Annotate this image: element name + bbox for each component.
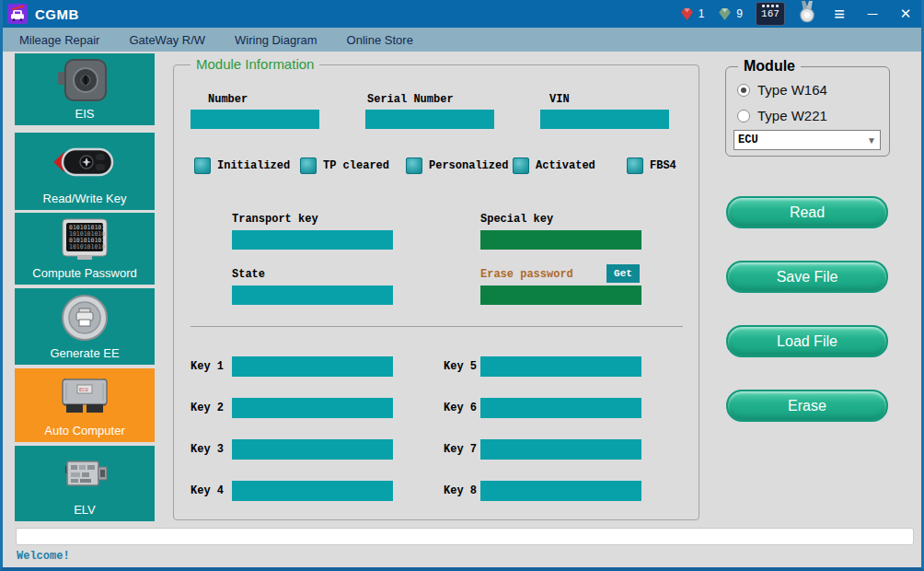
checkbox-fbs4[interactable]: FBS4: [627, 157, 676, 174]
checkbox-icon[interactable]: [300, 157, 317, 174]
save-file-button[interactable]: Save File: [726, 261, 888, 293]
ecu-box-icon: ECU: [15, 368, 155, 424]
menu-item-mileage-repair[interactable]: Mileage Repair: [19, 33, 99, 47]
erase-password-label: Erase password: [480, 268, 573, 281]
key2-field[interactable]: [232, 398, 393, 418]
status-message: Welcome!: [17, 550, 70, 563]
red-gem-icon: [679, 7, 695, 21]
green-gem-badge: 9: [717, 7, 743, 21]
key3-label: Key 3: [191, 443, 224, 456]
module-dropdown[interactable]: ECU▼: [733, 130, 881, 150]
binary-screen-icon: 0101010101 1010101010 0101010101 1010101…: [15, 213, 155, 266]
titlebar-right-cluster: 1 9 167 ≡ ─: [679, 0, 916, 28]
read-button[interactable]: Read: [726, 196, 888, 228]
elv-module-icon: [15, 446, 155, 503]
radio-circle-icon[interactable]: [737, 110, 750, 122]
app-window: CGMB 1 9 167: [0, 0, 924, 571]
sidebar-item-label: EIS: [75, 107, 95, 125]
module-information-group: Module Information Number Serial Number …: [173, 64, 699, 520]
key6-label: Key 6: [444, 402, 477, 414]
sidebar-item-auto-computer[interactable]: ECU Auto Computer: [15, 368, 155, 442]
radio-label: Type W164: [757, 82, 827, 98]
radio-label: Type W221: [757, 108, 827, 123]
key-fob-icon: [15, 133, 155, 192]
get-button[interactable]: Get: [606, 264, 640, 283]
sidebar-item-elv[interactable]: ELV: [15, 446, 155, 521]
sidebar-item-generate-ee[interactable]: Generate EE: [15, 288, 155, 365]
radio-circle-icon[interactable]: [737, 84, 750, 97]
checkbox-label: FBS4: [650, 159, 676, 172]
sidebar-item-compute-password[interactable]: 0101010101 1010101010 0101010101 1010101…: [15, 213, 155, 285]
ignition-lock-icon: [15, 53, 155, 107]
menu-item-gateway-rw[interactable]: GateWay R/W: [129, 33, 205, 47]
checkbox-label: Activated: [536, 159, 595, 172]
key1-label: Key 1: [191, 360, 224, 373]
state-label: State: [232, 268, 265, 281]
erase-button[interactable]: Erase: [726, 390, 888, 422]
state-field[interactable]: [232, 286, 393, 305]
checkbox-label: TP cleared: [323, 159, 389, 172]
key3-field[interactable]: [232, 439, 393, 460]
key7-label: Key 7: [444, 443, 477, 456]
serial-number-field[interactable]: [365, 110, 494, 129]
radio-type-w221[interactable]: Type W221: [737, 108, 827, 123]
sidebar-item-label: Compute Password: [32, 266, 136, 285]
key1-field[interactable]: [232, 356, 393, 377]
number-label: Number: [208, 93, 248, 106]
svg-text:ECU: ECU: [79, 387, 88, 392]
menu-item-online-store[interactable]: Online Store: [347, 33, 413, 47]
key8-field[interactable]: [480, 481, 641, 501]
checkbox-icon[interactable]: [513, 157, 529, 174]
erase-password-field[interactable]: [480, 286, 641, 305]
checkbox-icon[interactable]: [194, 157, 211, 174]
transport-key-field[interactable]: [232, 230, 393, 250]
red-gem-count: 1: [699, 7, 705, 20]
key5-field[interactable]: [480, 356, 641, 377]
vin-field[interactable]: [540, 110, 669, 129]
key2-label: Key 2: [191, 402, 224, 414]
checkbox-tp-cleared[interactable]: TP cleared: [300, 157, 389, 174]
sidebar-item-read-write-key[interactable]: Read/Write Key: [15, 133, 155, 210]
load-file-button[interactable]: Load File: [726, 325, 888, 357]
key4-label: Key 4: [191, 484, 224, 497]
module-dropdown-value: ECU: [734, 134, 863, 146]
checkbox-icon[interactable]: [406, 157, 422, 174]
vin-label: VIN: [549, 93, 570, 106]
module-information-title: Module Information: [191, 56, 319, 72]
number-field[interactable]: [191, 110, 319, 129]
key6-field[interactable]: [480, 398, 641, 418]
close-button[interactable]: ✕: [895, 0, 916, 28]
key7-field[interactable]: [480, 439, 641, 460]
key5-label: Key 5: [444, 360, 477, 373]
menu-button[interactable]: ≡: [829, 0, 849, 28]
sidebar-item-label: Auto Computer: [44, 424, 124, 442]
sidebar-item-label: Read/Write Key: [43, 192, 127, 210]
key8-label: Key 8: [444, 484, 477, 497]
checkbox-label: Initialized: [217, 159, 290, 172]
sidebar-item-eis[interactable]: EIS: [15, 53, 155, 125]
svg-text:1010101010: 1010101010: [69, 243, 105, 251]
radio-type-w164[interactable]: Type W164: [737, 82, 827, 98]
module-panel-title: Module: [738, 58, 801, 75]
green-gem-icon: [717, 7, 733, 21]
red-gem-badge: 1: [679, 7, 705, 21]
minimize-button[interactable]: ─: [862, 0, 883, 28]
divider: [191, 326, 683, 327]
checkbox-personalized[interactable]: Personalized: [406, 157, 508, 174]
checkbox-initialized[interactable]: Initialized: [194, 157, 290, 174]
menu-item-wiring-diagram[interactable]: Wiring Diagram: [235, 33, 318, 47]
checkbox-icon[interactable]: [627, 157, 643, 174]
transport-key-label: Transport key: [232, 213, 318, 226]
medal-icon: [798, 1, 816, 27]
sidebar-item-label: ELV: [74, 503, 96, 521]
progress-bar: [16, 528, 914, 545]
checkbox-activated[interactable]: Activated: [513, 157, 595, 174]
window-title: CGMB: [35, 6, 79, 22]
title-bar: CGMB 1 9 167: [3, 0, 921, 28]
chevron-down-icon[interactable]: ▼: [863, 135, 880, 146]
green-gem-count: 9: [736, 7, 743, 20]
special-key-label: Special key: [480, 213, 553, 226]
sidebar-item-label: Generate EE: [50, 346, 119, 365]
key4-field[interactable]: [232, 481, 393, 501]
special-key-field[interactable]: [480, 230, 641, 250]
